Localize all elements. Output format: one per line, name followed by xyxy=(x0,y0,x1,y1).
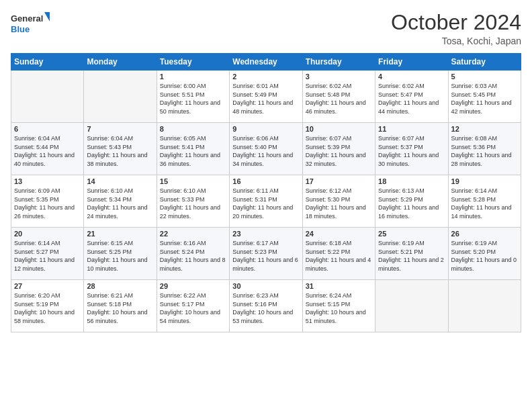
cell-info: Sunrise: 6:21 AMSunset: 5:18 PMDaylight:… xyxy=(87,291,153,325)
cell-info: Sunrise: 6:24 AMSunset: 5:15 PMDaylight:… xyxy=(306,291,372,325)
day-number: 25 xyxy=(378,230,445,238)
day-number: 18 xyxy=(378,177,445,185)
cell-info: Sunrise: 6:02 AMSunset: 5:48 PMDaylight:… xyxy=(306,82,372,116)
table-row xyxy=(11,71,84,123)
cell-info: Sunrise: 6:15 AMSunset: 5:25 PMDaylight:… xyxy=(87,239,153,273)
table-row: 17Sunrise: 6:12 AMSunset: 5:30 PMDayligh… xyxy=(302,175,375,228)
col-friday: Friday xyxy=(375,54,448,71)
table-row: 11Sunrise: 6:07 AMSunset: 5:37 PMDayligh… xyxy=(375,123,448,175)
svg-marker-2 xyxy=(44,12,50,21)
table-row xyxy=(448,280,521,332)
day-number: 12 xyxy=(451,125,518,133)
day-number: 11 xyxy=(378,125,445,133)
day-number: 17 xyxy=(306,177,372,185)
calendar-row: 13Sunrise: 6:09 AMSunset: 5:35 PMDayligh… xyxy=(11,175,521,228)
table-row: 29Sunrise: 6:22 AMSunset: 5:17 PMDayligh… xyxy=(157,280,229,332)
day-number: 29 xyxy=(160,282,226,290)
logo-svg: General Blue xyxy=(11,11,51,38)
day-number: 21 xyxy=(87,230,153,238)
cell-info: Sunrise: 6:23 AMSunset: 5:16 PMDaylight:… xyxy=(232,291,299,325)
table-row: 12Sunrise: 6:08 AMSunset: 5:36 PMDayligh… xyxy=(448,123,521,175)
svg-text:General: General xyxy=(11,13,43,24)
cell-info: Sunrise: 6:17 AMSunset: 5:23 PMDaylight:… xyxy=(232,239,299,273)
day-number: 20 xyxy=(14,230,81,238)
table-row: 14Sunrise: 6:10 AMSunset: 5:34 PMDayligh… xyxy=(84,175,157,228)
calendar-row: 1Sunrise: 6:00 AMSunset: 5:51 PMDaylight… xyxy=(11,71,521,123)
cell-info: Sunrise: 6:20 AMSunset: 5:19 PMDaylight:… xyxy=(14,291,81,325)
day-number: 14 xyxy=(87,177,153,185)
svg-text:Blue: Blue xyxy=(11,24,30,34)
day-number: 28 xyxy=(87,282,153,290)
day-number: 10 xyxy=(306,125,372,133)
cell-info: Sunrise: 6:01 AMSunset: 5:49 PMDaylight:… xyxy=(232,82,299,116)
cell-info: Sunrise: 6:09 AMSunset: 5:35 PMDaylight:… xyxy=(14,187,81,220)
calendar-row: 20Sunrise: 6:14 AMSunset: 5:27 PMDayligh… xyxy=(11,228,521,280)
table-row: 31Sunrise: 6:24 AMSunset: 5:15 PMDayligh… xyxy=(302,280,375,332)
table-row: 7Sunrise: 6:04 AMSunset: 5:43 PMDaylight… xyxy=(84,123,157,175)
cell-info: Sunrise: 6:04 AMSunset: 5:44 PMDaylight:… xyxy=(14,134,81,168)
table-row: 5Sunrise: 6:03 AMSunset: 5:45 PMDaylight… xyxy=(448,71,521,123)
table-row: 26Sunrise: 6:19 AMSunset: 5:20 PMDayligh… xyxy=(448,228,521,280)
calendar-row: 27Sunrise: 6:20 AMSunset: 5:19 PMDayligh… xyxy=(11,280,521,332)
month-title: October 2024 xyxy=(391,11,521,34)
cell-info: Sunrise: 6:07 AMSunset: 5:37 PMDaylight:… xyxy=(378,134,445,168)
day-number: 4 xyxy=(378,73,445,81)
table-row: 27Sunrise: 6:20 AMSunset: 5:19 PMDayligh… xyxy=(11,280,84,332)
table-row xyxy=(375,280,448,332)
table-row: 16Sunrise: 6:11 AMSunset: 5:31 PMDayligh… xyxy=(230,175,302,228)
table-row: 2Sunrise: 6:01 AMSunset: 5:49 PMDaylight… xyxy=(230,71,302,123)
day-number: 1 xyxy=(160,73,226,81)
table-row: 22Sunrise: 6:16 AMSunset: 5:24 PMDayligh… xyxy=(157,228,229,280)
day-number: 24 xyxy=(306,230,372,238)
col-sunday: Sunday xyxy=(11,54,84,71)
table-row: 6Sunrise: 6:04 AMSunset: 5:44 PMDaylight… xyxy=(11,123,84,175)
day-number: 8 xyxy=(160,125,226,133)
location: Tosa, Kochi, Japan xyxy=(391,36,521,46)
table-row: 9Sunrise: 6:06 AMSunset: 5:40 PMDaylight… xyxy=(230,123,302,175)
day-number: 22 xyxy=(160,230,226,238)
cell-info: Sunrise: 6:10 AMSunset: 5:33 PMDaylight:… xyxy=(160,187,226,220)
logo: General Blue xyxy=(11,11,51,38)
cell-info: Sunrise: 6:03 AMSunset: 5:45 PMDaylight:… xyxy=(451,82,518,116)
cell-info: Sunrise: 6:22 AMSunset: 5:17 PMDaylight:… xyxy=(160,291,226,325)
cell-info: Sunrise: 6:16 AMSunset: 5:24 PMDaylight:… xyxy=(160,239,226,273)
table-row: 13Sunrise: 6:09 AMSunset: 5:35 PMDayligh… xyxy=(11,175,84,228)
table-row: 25Sunrise: 6:19 AMSunset: 5:21 PMDayligh… xyxy=(375,228,448,280)
cell-info: Sunrise: 6:08 AMSunset: 5:36 PMDaylight:… xyxy=(451,134,518,168)
cell-info: Sunrise: 6:19 AMSunset: 5:21 PMDaylight:… xyxy=(378,239,445,273)
day-number: 9 xyxy=(232,125,299,133)
day-number: 15 xyxy=(160,177,226,185)
table-row: 19Sunrise: 6:14 AMSunset: 5:28 PMDayligh… xyxy=(448,175,521,228)
table-row: 4Sunrise: 6:02 AMSunset: 5:47 PMDaylight… xyxy=(375,71,448,123)
day-number: 5 xyxy=(451,73,518,81)
cell-info: Sunrise: 6:05 AMSunset: 5:41 PMDaylight:… xyxy=(160,134,226,168)
table-row: 15Sunrise: 6:10 AMSunset: 5:33 PMDayligh… xyxy=(157,175,229,228)
cell-info: Sunrise: 6:06 AMSunset: 5:40 PMDaylight:… xyxy=(232,134,299,168)
cell-info: Sunrise: 6:10 AMSunset: 5:34 PMDaylight:… xyxy=(87,187,153,220)
day-number: 7 xyxy=(87,125,153,133)
table-row: 18Sunrise: 6:13 AMSunset: 5:29 PMDayligh… xyxy=(375,175,448,228)
header: General Blue October 2024 Tosa, Kochi, J… xyxy=(11,11,521,46)
day-number: 30 xyxy=(232,282,299,290)
col-wednesday: Wednesday xyxy=(230,54,302,71)
cell-info: Sunrise: 6:00 AMSunset: 5:51 PMDaylight:… xyxy=(160,82,226,116)
day-number: 19 xyxy=(451,177,518,185)
col-saturday: Saturday xyxy=(448,54,521,71)
cell-info: Sunrise: 6:04 AMSunset: 5:43 PMDaylight:… xyxy=(87,134,153,168)
table-row xyxy=(84,71,157,123)
cell-info: Sunrise: 6:12 AMSunset: 5:30 PMDaylight:… xyxy=(306,187,372,220)
table-row: 1Sunrise: 6:00 AMSunset: 5:51 PMDaylight… xyxy=(157,71,229,123)
table-row: 28Sunrise: 6:21 AMSunset: 5:18 PMDayligh… xyxy=(84,280,157,332)
cell-info: Sunrise: 6:11 AMSunset: 5:31 PMDaylight:… xyxy=(232,187,299,220)
table-row: 8Sunrise: 6:05 AMSunset: 5:41 PMDaylight… xyxy=(157,123,229,175)
col-thursday: Thursday xyxy=(302,54,375,71)
calendar-row: 6Sunrise: 6:04 AMSunset: 5:44 PMDaylight… xyxy=(11,123,521,175)
cell-info: Sunrise: 6:02 AMSunset: 5:47 PMDaylight:… xyxy=(378,82,445,116)
day-number: 26 xyxy=(451,230,518,238)
table-row: 23Sunrise: 6:17 AMSunset: 5:23 PMDayligh… xyxy=(230,228,302,280)
day-number: 13 xyxy=(14,177,81,185)
table-row: 30Sunrise: 6:23 AMSunset: 5:16 PMDayligh… xyxy=(230,280,302,332)
cell-info: Sunrise: 6:14 AMSunset: 5:27 PMDaylight:… xyxy=(14,239,81,273)
day-number: 2 xyxy=(232,73,299,81)
cell-info: Sunrise: 6:18 AMSunset: 5:22 PMDaylight:… xyxy=(306,239,372,273)
